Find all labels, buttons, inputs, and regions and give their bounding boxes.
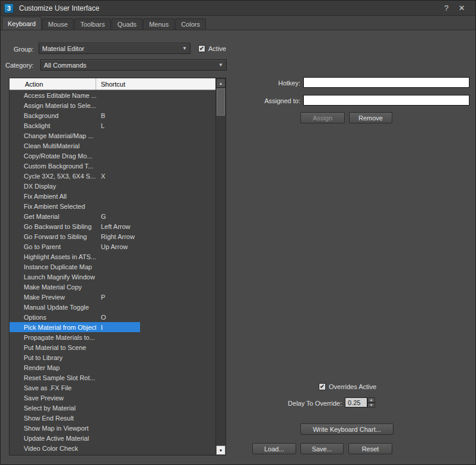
assign-button[interactable]: Assign [300,112,345,123]
table-row[interactable]: OptionsO [9,312,215,322]
tab-toolbars[interactable]: Toolbars [74,18,111,30]
category-value: All Commands [44,62,87,69]
group-value: Material Editor [42,45,84,52]
shortcut-cell: P [96,294,105,301]
scroll-up-icon[interactable]: ▲ [216,78,226,88]
table-row[interactable]: Save as .FX File [9,383,215,393]
group-dropdown[interactable]: Material Editor ▼ [39,43,191,54]
tab-mouse[interactable]: Mouse [42,18,74,30]
save-button[interactable]: Save... [300,443,344,454]
action-cell: Select by Material [9,405,96,412]
spinner-down-icon[interactable]: ▼ [367,403,375,408]
action-cell: Copy/Rotate Drag Mo... [9,152,96,160]
table-row[interactable]: Save Preview [9,393,215,403]
action-cell: Show Map in Viewport [9,425,96,432]
table-row[interactable]: Cycle 3X2, 5X3, 6X4 S...X [9,171,215,181]
action-cell: Backlight [9,122,96,129]
action-cell: Clean MultiMaterial [9,142,96,149]
table-row[interactable]: Go Backward to SiblingLeft Arrow [9,221,215,231]
table-row[interactable]: Clean MultiMaterial [9,141,215,151]
assigned-to-input[interactable] [303,95,469,106]
checkbox-icon [198,45,205,52]
write-keyboard-chart-button[interactable]: Write Keyboard Chart... [300,423,394,435]
action-cell: Show End Result [9,415,96,422]
table-row[interactable]: DX Display [9,181,215,191]
group-label: Group: [14,46,34,53]
action-cell: Save Preview [9,394,96,402]
table-row[interactable]: Propagate Materials to... [9,332,215,342]
category-dropdown[interactable]: All Commands ▼ [40,59,227,71]
action-cell: Go Forward to Sibling [9,233,96,240]
close-button[interactable]: ✕ [454,2,469,14]
scroll-down-icon[interactable]: ▼ [216,445,226,455]
action-cell: Put Material to Scene [9,344,96,351]
category-label: Category: [5,62,34,69]
action-cell: Video Color Check [9,445,96,452]
overrides-active-checkbox[interactable]: Overrides Active [319,383,376,390]
table-row[interactable]: Reset Sample Slot Rot... [9,372,215,383]
table-row[interactable]: Pick Material from ObjectI [9,322,215,332]
action-cell: Change Material/Map ... [9,132,96,139]
vertical-scrollbar[interactable]: ▲ ▼ [215,78,226,455]
shortcut-cell: G [96,213,106,220]
table-row[interactable]: Assign Material to Sele... [9,100,215,110]
table-row[interactable]: Go to ParentUp Arrow [9,241,215,251]
chevron-down-icon: ▼ [215,62,223,68]
tab-keyboard[interactable]: Keyboard [2,17,42,30]
table-row[interactable]: Get MaterialG [9,211,215,221]
action-cell: Put to Library [9,354,96,361]
table-row[interactable]: BackgroundB [9,110,215,120]
action-cell: Instance Duplicate Map [9,263,96,270]
table-row[interactable]: Fix Ambient Selected [9,201,215,211]
tab-menus[interactable]: Menus [143,18,174,30]
action-cell: Assign Material to Sele... [9,102,96,109]
shortcut-table: Action Shortcut Access Editable Name ...… [9,78,226,456]
table-row[interactable]: Custom Background T... [9,161,215,171]
table-row[interactable]: Video Color Check [9,443,215,453]
table-row[interactable]: Fix Ambient All [9,191,215,201]
shortcut-cell: Up Arrow [96,243,128,250]
table-row[interactable]: Highlight Assets in ATS... [9,251,215,262]
spinner-up-icon[interactable]: ▲ [367,397,375,403]
delay-value[interactable]: 0.25 [345,397,367,407]
table-row[interactable]: Manual Update Toggle [9,302,215,312]
app-icon: 3 [4,4,14,13]
table-row[interactable]: Render Map [9,362,215,372]
table-row[interactable]: Instance Duplicate Map [9,262,215,272]
shortcut-cell: Left Arrow [96,223,131,230]
load-button[interactable]: Load... [252,443,296,454]
table-row[interactable]: BacklightL [9,120,215,130]
shortcut-cell: B [96,112,105,119]
table-row[interactable]: Access Editable Name ... [9,90,215,100]
table-row[interactable]: Make PreviewP [9,292,215,302]
table-row[interactable]: Select by Material [9,403,215,413]
delay-spinner[interactable]: 0.25 ▲ ▼ [345,397,375,407]
scrollbar-thumb[interactable] [217,88,225,116]
tab-colors[interactable]: Colors [175,18,206,30]
tab-quads[interactable]: Quads [112,18,142,30]
active-checkbox-label: Active [208,45,226,52]
table-row[interactable]: Show Map in Viewport [9,423,215,433]
action-cell: Go Backward to Sibling [9,223,96,230]
table-row[interactable]: Update Active Material [9,433,215,443]
action-cell: Cycle 3X2, 5X3, 6X4 S... [9,173,96,180]
table-row[interactable]: Make Material Copy [9,282,215,292]
action-cell: Reset Sample Slot Rot... [9,374,96,381]
hotkey-input[interactable] [303,77,469,88]
action-cell: Highlight Assets in ATS... [9,253,96,260]
reset-button[interactable]: Reset [348,443,392,454]
table-row[interactable]: Show End Result [9,413,215,423]
shortcut-cell: Right Arrow [96,233,135,240]
table-header: Action Shortcut [9,78,215,90]
table-row[interactable]: Launch Magnify Window [9,272,215,282]
table-row[interactable]: Copy/Rotate Drag Mo... [9,151,215,161]
active-checkbox[interactable]: Active [198,45,226,52]
action-cell: Manual Update Toggle [9,304,96,311]
table-row[interactable]: Put Material to Scene [9,342,215,352]
table-row[interactable]: Change Material/Map ... [9,130,215,141]
table-row[interactable]: Go Forward to SiblingRight Arrow [9,231,215,241]
remove-button[interactable]: Remove [349,112,392,123]
action-cell: Fix Ambient All [9,193,96,200]
help-button[interactable]: ? [439,2,454,14]
table-row[interactable]: Put to Library [9,352,215,362]
